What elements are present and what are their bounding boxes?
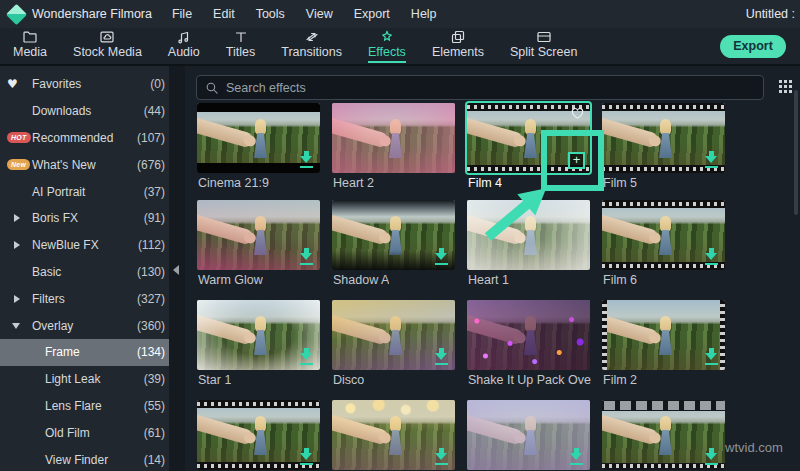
chevron-right-icon <box>14 241 20 249</box>
favorite-heart-icon[interactable] <box>570 106 585 120</box>
sidebar-item-boris-fx[interactable]: Boris FX (91) <box>0 205 169 232</box>
menu-export[interactable]: Export <box>354 7 390 21</box>
sidebar-item-view-finder[interactable]: View Finder (14) <box>0 446 169 471</box>
effect-tile[interactable] <box>602 400 725 471</box>
menu-view[interactable]: View <box>306 7 333 21</box>
tab-transitions[interactable]: Transitions <box>268 27 355 65</box>
download-icon[interactable] <box>705 248 718 265</box>
effect-thumbnail[interactable] <box>332 200 455 270</box>
effect-tile-star-1[interactable]: Star 1 <box>197 300 320 396</box>
sidebar-item-recommended[interactable]: HOT Recommended (107) <box>0 125 169 152</box>
effect-tile[interactable] <box>197 400 320 471</box>
effect-name: Shake It Up Pack Overla... <box>468 373 591 387</box>
sidebar-item-basic[interactable]: Basic (130) <box>0 259 169 286</box>
effect-tile-disco[interactable]: Disco <box>332 300 455 396</box>
effect-name: Shadow A <box>333 273 389 287</box>
new-badge: New <box>7 159 30 170</box>
sidebar-item-filters[interactable]: Filters (327) <box>0 285 169 312</box>
effect-name: Film 2 <box>603 373 637 387</box>
effect-tile-heart-2[interactable]: Heart 2 <box>332 103 455 199</box>
effect-name: Warm Glow <box>198 273 263 287</box>
effect-thumbnail[interactable] <box>602 400 725 470</box>
effect-name: Film 4 <box>468 176 502 190</box>
effect-tile-film-6[interactable]: Film 6 <box>602 200 725 296</box>
tab-audio[interactable]: Audio <box>155 27 213 65</box>
effect-thumbnail[interactable] <box>332 400 455 470</box>
audio-note-icon <box>176 29 192 45</box>
download-icon[interactable] <box>300 151 313 168</box>
download-icon[interactable] <box>435 448 448 465</box>
effect-name: Heart 2 <box>333 176 374 190</box>
sidebar-item-favorites[interactable]: ♥ Favorites (0) <box>0 71 169 98</box>
effect-tile-film-2[interactable]: Film 2 <box>602 300 725 396</box>
sidebar-item-downloads[interactable]: Downloads (44) <box>0 98 169 125</box>
tab-bar: Media Stock Media Audio Titles Transitio… <box>0 28 800 66</box>
grid-view-icon[interactable] <box>779 80 782 83</box>
effect-thumbnail[interactable] <box>197 400 320 470</box>
sidebar-item-ai-portrait[interactable]: AI Portrait (37) <box>0 178 169 205</box>
effect-thumbnail[interactable] <box>602 103 725 173</box>
tab-titles[interactable]: Titles <box>213 27 268 65</box>
search-placeholder: Search effects <box>226 81 306 95</box>
effect-thumbnail[interactable] <box>197 200 320 270</box>
sidebar-item-newblue-fx[interactable]: NewBlue FX (112) <box>0 232 169 259</box>
stock-media-icon <box>99 29 115 45</box>
download-icon[interactable] <box>570 448 583 465</box>
tab-elements[interactable]: Elements <box>419 27 497 65</box>
titles-icon <box>233 29 249 45</box>
effect-thumbnail[interactable] <box>197 103 320 173</box>
sidebar-item-whats-new[interactable]: New What's New (676) <box>0 151 169 178</box>
tab-media[interactable]: Media <box>0 27 60 65</box>
effect-thumbnail[interactable] <box>332 300 455 370</box>
download-icon[interactable] <box>300 248 313 265</box>
transitions-icon <box>304 29 320 45</box>
hot-badge: HOT <box>7 132 31 143</box>
effect-tile-cinema-21-9[interactable]: Cinema 21:9 <box>197 103 320 199</box>
sidebar-item-light-leak[interactable]: Light Leak (39) <box>0 366 169 393</box>
tab-stock-media[interactable]: Stock Media <box>60 27 155 65</box>
sidebar-item-frame[interactable]: Frame (134) <box>0 339 169 366</box>
chevron-right-icon <box>14 295 20 303</box>
filmora-window: Wondershare Filmora File Edit Tools View… <box>0 0 800 471</box>
search-input[interactable]: Search effects <box>196 75 764 100</box>
app-title: Wondershare Filmora <box>32 7 152 21</box>
effect-tile-warm-glow[interactable]: Warm Glow <box>197 200 320 296</box>
collapse-sidebar-icon[interactable] <box>173 265 179 275</box>
effects-sparkle-icon <box>379 29 395 45</box>
tab-split-screen[interactable]: Split Screen <box>497 27 590 65</box>
effect-thumbnail[interactable] <box>467 300 590 370</box>
download-icon[interactable] <box>435 248 448 265</box>
effect-tile-shake-it-up[interactable]: Shake It Up Pack Overla... <box>467 300 590 396</box>
effect-thumbnail[interactable] <box>332 103 455 173</box>
watermark: wtvid.com <box>725 440 783 455</box>
export-button[interactable]: Export <box>720 35 786 58</box>
menu-help[interactable]: Help <box>411 7 437 21</box>
menu-file[interactable]: File <box>172 7 192 21</box>
sidebar-separator <box>169 66 185 471</box>
download-icon[interactable] <box>435 348 448 365</box>
tab-effects[interactable]: Effects <box>355 27 419 65</box>
effect-thumbnail[interactable] <box>467 400 590 470</box>
effect-thumbnail[interactable] <box>197 300 320 370</box>
effect-tile-shadow-a[interactable]: Shadow A <box>332 200 455 296</box>
effect-tile-film-5[interactable]: Film 5 <box>602 103 725 199</box>
sidebar-item-old-film[interactable]: Old Film (61) <box>0 419 169 446</box>
split-screen-icon <box>536 29 552 45</box>
effect-name: Heart 1 <box>468 273 509 287</box>
project-name: Untitled : <box>746 7 795 21</box>
effect-thumbnail[interactable] <box>602 300 725 370</box>
download-icon[interactable] <box>300 348 313 365</box>
menu-tools[interactable]: Tools <box>256 7 285 21</box>
folder-icon <box>22 29 38 45</box>
effect-tile[interactable] <box>467 400 590 471</box>
sidebar-item-lens-flare[interactable]: Lens Flare (55) <box>0 393 169 420</box>
menu-edit[interactable]: Edit <box>213 7 235 21</box>
effect-thumbnail[interactable] <box>602 200 725 270</box>
download-icon[interactable] <box>300 448 313 465</box>
download-icon[interactable] <box>705 151 718 168</box>
effect-tile[interactable] <box>332 400 455 471</box>
scrollbar[interactable] <box>794 90 798 215</box>
download-icon[interactable] <box>705 348 718 365</box>
download-icon[interactable] <box>705 448 718 465</box>
sidebar-item-overlay[interactable]: Overlay (360) <box>0 312 169 339</box>
